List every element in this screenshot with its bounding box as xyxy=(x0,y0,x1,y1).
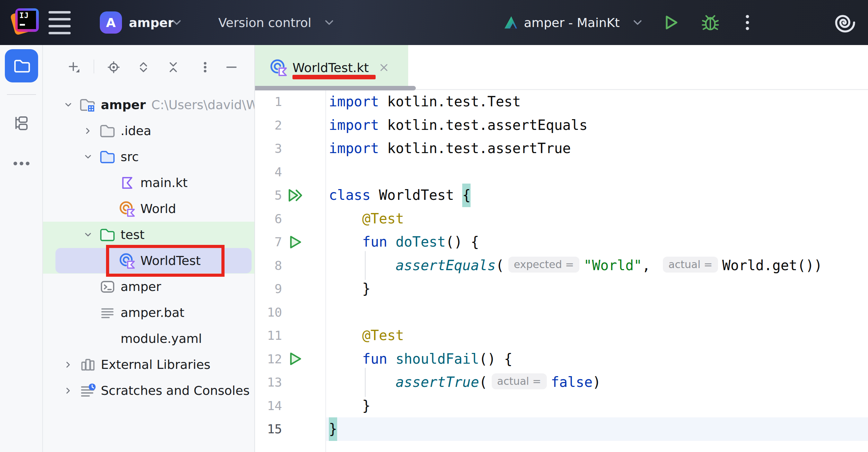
tree-row-amper-bat[interactable]: amper.bat xyxy=(43,300,254,326)
tree-label: Scratches and Consoles xyxy=(101,383,249,398)
code-line-14[interactable]: } xyxy=(329,394,868,418)
gutter-row: 12 xyxy=(255,347,325,371)
tree-row-test[interactable]: test xyxy=(43,222,254,248)
tab-label: WorldTest.kt xyxy=(292,61,369,75)
terminal-icon xyxy=(98,279,117,295)
line-number: 6 xyxy=(255,207,282,231)
code-line-6[interactable]: @Test xyxy=(329,207,868,231)
structure-tool-window-button[interactable] xyxy=(0,115,43,131)
project-avatar[interactable]: A xyxy=(100,11,122,34)
folder-icon xyxy=(98,123,117,139)
code-line-13[interactable]: assertTrue(actual =false) xyxy=(329,371,868,394)
debug-button[interactable] xyxy=(701,0,720,45)
gutter-row: 8 xyxy=(255,254,325,277)
code-line-1[interactable]: import kotlin.test.Test xyxy=(329,90,868,114)
kotlin-class-icon xyxy=(117,201,137,217)
tree-row-src[interactable]: src xyxy=(43,144,254,170)
project-tool-window-button[interactable] xyxy=(5,49,38,82)
tree-row-module-yaml[interactable]: module.yaml xyxy=(43,326,254,352)
code-line-8[interactable]: assertEquals(expected ="World", actual =… xyxy=(329,254,868,277)
tree-label: main.kt xyxy=(140,176,187,190)
tree-row-scratches-and-consoles[interactable]: Scratches and Consoles xyxy=(43,378,254,404)
more-actions-icon[interactable] xyxy=(745,0,750,45)
add-button[interactable] xyxy=(67,60,81,74)
code-line-10[interactable] xyxy=(329,301,868,324)
gutter-row: 10 xyxy=(255,301,325,324)
chevron-down-icon[interactable] xyxy=(78,153,98,160)
annotation-box xyxy=(106,245,225,277)
more-horizontal-icon xyxy=(12,160,30,167)
tree-label: test xyxy=(121,228,144,242)
code-line-11[interactable]: @Test xyxy=(329,324,868,347)
code-line-12[interactable]: fun shouldFail() { xyxy=(329,347,868,371)
code-line-15[interactable]: } xyxy=(329,417,868,441)
scratches-icon xyxy=(78,383,97,399)
code-line-5[interactable]: class WorldTest { xyxy=(329,184,868,207)
run-icon[interactable] xyxy=(287,351,303,367)
logo-badge: IJ xyxy=(19,12,29,19)
amper-logo-icon xyxy=(98,331,117,346)
project-chevron-icon[interactable] xyxy=(173,0,181,45)
chevron-right-icon[interactable] xyxy=(58,361,78,368)
tool-window-bar xyxy=(0,45,43,452)
run-config-logo-icon xyxy=(502,0,519,45)
folder-test-icon xyxy=(98,227,117,243)
code-line-2[interactable]: import kotlin.test.assertEquals xyxy=(329,114,868,137)
gutter-row: 13 xyxy=(255,371,325,394)
close-icon[interactable] xyxy=(378,62,389,73)
tree-row-worldtest[interactable]: WorldTest xyxy=(43,248,254,274)
editor: WorldTest.kt 12345 67 89101112 131415 im… xyxy=(255,45,868,452)
more-tool-windows-button[interactable] xyxy=(0,160,43,167)
panel-options-button[interactable] xyxy=(198,60,212,74)
intellij-idea-logo-icon[interactable]: IJ xyxy=(12,8,40,36)
run-button[interactable] xyxy=(662,0,679,45)
code-line-4[interactable] xyxy=(329,160,868,184)
expand-all-button[interactable] xyxy=(137,60,150,74)
tree-row-world[interactable]: World xyxy=(43,196,254,222)
hide-panel-button[interactable] xyxy=(225,60,238,74)
locate-file-button[interactable] xyxy=(107,60,121,74)
gutter-row: 3 xyxy=(255,137,325,160)
code-line-9[interactable]: } xyxy=(329,277,868,301)
main-menu-icon[interactable] xyxy=(49,0,71,45)
chevron-right-icon[interactable] xyxy=(78,127,98,134)
code-area[interactable]: import kotlin.test.Testimport kotlin.tes… xyxy=(326,90,868,452)
ai-swirl-icon[interactable] xyxy=(834,0,856,45)
tree-row-amper[interactable]: amperC:\Users\david\W xyxy=(43,92,254,118)
tree-label: module.yaml xyxy=(121,331,202,346)
run-all-icon[interactable] xyxy=(287,187,303,203)
chevron-right-icon[interactable] xyxy=(58,387,78,394)
run-configuration-selector[interactable]: amper - MainKt xyxy=(524,0,620,45)
line-number: 7 xyxy=(255,230,282,254)
tree-label: amper xyxy=(101,98,146,112)
line-number: 4 xyxy=(255,160,282,184)
run-icon[interactable] xyxy=(287,234,303,250)
project-widget[interactable]: amper xyxy=(129,0,174,45)
tree-row-external-libraries[interactable]: External Libraries xyxy=(43,352,254,378)
tree-row-main-kt[interactable]: main.kt xyxy=(43,170,254,196)
vcs-chevron-icon[interactable] xyxy=(325,0,333,45)
annotation-underline xyxy=(292,75,376,79)
code-line-7[interactable]: fun doTest() { xyxy=(329,230,868,254)
vcs-widget[interactable]: Version control xyxy=(218,0,312,45)
run-config-chevron-icon[interactable] xyxy=(633,0,642,45)
line-number: 5 xyxy=(255,184,282,207)
run-config-name: amper - MainKt xyxy=(524,16,620,30)
line-number: 12 xyxy=(255,347,282,371)
chevron-down-icon[interactable] xyxy=(58,101,78,108)
gutter-row: 1 xyxy=(255,90,325,114)
gutter-row: 5 xyxy=(255,184,325,207)
collapse-all-button[interactable] xyxy=(166,60,180,74)
code-line-3[interactable]: import kotlin.test.assertTrue xyxy=(329,137,868,160)
tree-row-amper[interactable]: amper xyxy=(43,274,254,300)
gutter-row: 9 xyxy=(255,277,325,301)
tree-row--idea[interactable]: .idea xyxy=(43,118,254,144)
tree-label: External Libraries xyxy=(101,357,210,372)
text-file-icon xyxy=(98,305,117,320)
tree-label: World xyxy=(140,202,176,216)
gutter-row: 11 xyxy=(255,324,325,347)
tab-worldtest-kt[interactable]: WorldTest.kt xyxy=(255,45,408,90)
structure-icon xyxy=(13,115,30,131)
chevron-down-icon[interactable] xyxy=(78,231,98,238)
vcs-label: Version control xyxy=(218,16,312,30)
